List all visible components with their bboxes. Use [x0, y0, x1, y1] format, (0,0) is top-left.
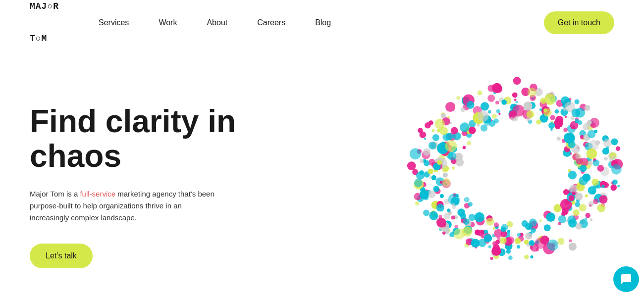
svg-point-438 — [555, 123, 561, 129]
svg-point-349 — [529, 240, 535, 246]
svg-point-435 — [471, 239, 480, 248]
svg-point-212 — [508, 255, 513, 260]
svg-point-173 — [610, 185, 617, 191]
svg-point-39 — [514, 99, 517, 101]
svg-point-58 — [496, 109, 500, 113]
nav-about[interactable]: About — [207, 18, 227, 27]
svg-point-466 — [487, 95, 495, 102]
svg-point-133 — [477, 91, 482, 96]
svg-point-309 — [452, 166, 455, 170]
svg-point-469 — [562, 208, 569, 215]
svg-point-335 — [558, 215, 566, 223]
svg-point-268 — [563, 128, 568, 132]
svg-point-75 — [617, 185, 620, 187]
svg-point-234 — [460, 213, 466, 219]
svg-point-139 — [456, 158, 464, 166]
svg-point-245 — [407, 161, 416, 170]
nav-work[interactable]: Work — [159, 18, 177, 27]
svg-point-425 — [544, 94, 556, 105]
svg-point-452 — [572, 192, 575, 195]
svg-point-240 — [590, 218, 592, 221]
svg-point-468 — [567, 215, 576, 224]
svg-point-467 — [611, 164, 622, 175]
svg-point-459 — [452, 205, 456, 209]
svg-point-111 — [507, 230, 510, 233]
svg-point-347 — [445, 102, 455, 112]
svg-point-453 — [599, 195, 607, 203]
svg-point-437 — [525, 233, 532, 240]
svg-point-198 — [612, 179, 618, 185]
svg-point-404 — [500, 237, 507, 244]
svg-point-461 — [467, 101, 475, 109]
svg-point-351 — [440, 194, 444, 198]
svg-point-367 — [448, 152, 457, 161]
svg-point-289 — [591, 179, 598, 186]
nav-services[interactable]: Services — [99, 18, 129, 27]
svg-point-223 — [461, 107, 466, 112]
svg-point-455 — [569, 195, 575, 201]
svg-point-399 — [546, 212, 555, 222]
svg-point-366 — [524, 255, 529, 259]
svg-point-465 — [597, 165, 604, 172]
svg-point-331 — [585, 105, 590, 111]
svg-point-332 — [423, 209, 429, 216]
svg-point-420 — [495, 101, 499, 105]
svg-point-89 — [449, 232, 454, 237]
svg-point-310 — [593, 160, 600, 167]
svg-point-426 — [543, 108, 552, 117]
svg-point-450 — [568, 141, 575, 148]
svg-point-261 — [447, 116, 449, 118]
svg-point-294 — [558, 238, 565, 245]
chat-bubble[interactable] — [613, 266, 639, 292]
main-nav: Services Work About Careers Blog — [99, 18, 544, 27]
get-in-touch-button[interactable]: Get in touch — [544, 11, 614, 34]
svg-point-252 — [428, 169, 433, 174]
svg-point-151 — [451, 216, 455, 220]
svg-point-418 — [481, 125, 487, 132]
svg-point-82 — [569, 243, 577, 250]
svg-point-34 — [477, 124, 480, 127]
hero-section: Find clarity in chaos Major Tom is a ful… — [0, 46, 644, 297]
svg-point-154 — [463, 146, 466, 149]
svg-point-182 — [603, 139, 612, 148]
svg-point-302 — [515, 101, 518, 103]
svg-point-324 — [576, 223, 582, 230]
svg-point-197 — [446, 133, 453, 140]
svg-point-280 — [494, 222, 499, 227]
lets-talk-button[interactable]: Let’s talk — [30, 244, 93, 268]
svg-point-297 — [429, 176, 432, 179]
svg-point-201 — [586, 213, 590, 218]
hero-description: Major Tom is a full-service marketing ag… — [30, 188, 218, 224]
svg-point-359 — [512, 93, 518, 98]
svg-point-370 — [588, 186, 596, 195]
nav-careers[interactable]: Careers — [257, 18, 285, 27]
svg-point-269 — [423, 148, 430, 156]
svg-point-44 — [585, 194, 589, 198]
svg-point-353 — [437, 129, 440, 133]
svg-point-125 — [555, 109, 559, 114]
svg-point-407 — [429, 211, 438, 220]
svg-point-363 — [420, 159, 424, 163]
svg-point-307 — [588, 160, 592, 165]
svg-point-394 — [445, 140, 457, 152]
svg-point-424 — [531, 228, 536, 233]
svg-point-243 — [488, 245, 491, 248]
nav-blog[interactable]: Blog — [315, 18, 331, 27]
svg-point-264 — [418, 128, 423, 133]
svg-point-460 — [572, 108, 581, 117]
svg-point-263 — [444, 173, 448, 177]
svg-point-303 — [428, 191, 435, 198]
svg-point-66 — [454, 225, 458, 228]
svg-point-128 — [569, 239, 572, 242]
svg-point-59 — [467, 141, 471, 145]
svg-point-190 — [604, 157, 608, 161]
svg-point-462 — [547, 240, 558, 251]
svg-point-232 — [463, 218, 470, 225]
svg-point-247 — [442, 232, 446, 235]
svg-point-405 — [410, 148, 421, 159]
hero-title: Find clarity in chaos — [30, 104, 236, 174]
svg-point-381 — [579, 204, 586, 211]
svg-point-288 — [415, 201, 419, 205]
svg-point-306 — [601, 185, 604, 188]
header: MAJ○R T○M Services Work About Careers Bl… — [0, 0, 644, 46]
